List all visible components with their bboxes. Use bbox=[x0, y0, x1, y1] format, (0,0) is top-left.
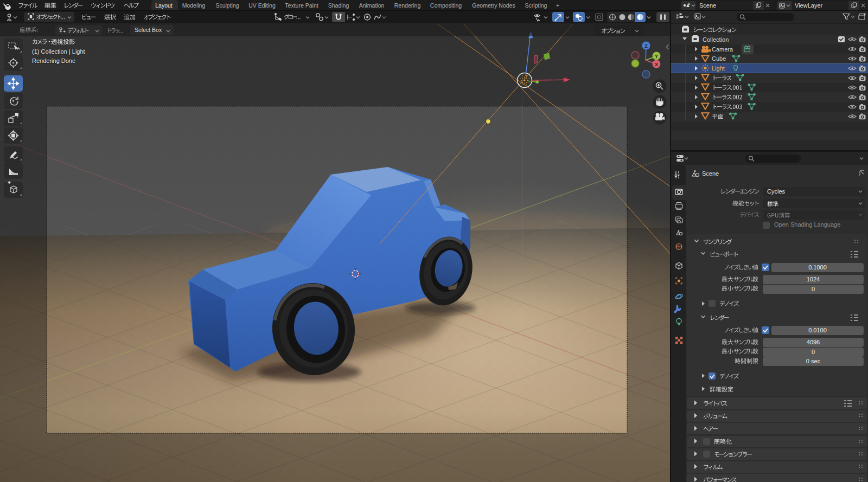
svg-text:X: X bbox=[655, 62, 658, 67]
svg-text:Z: Z bbox=[644, 43, 648, 49]
svg-text:Y: Y bbox=[655, 54, 658, 59]
